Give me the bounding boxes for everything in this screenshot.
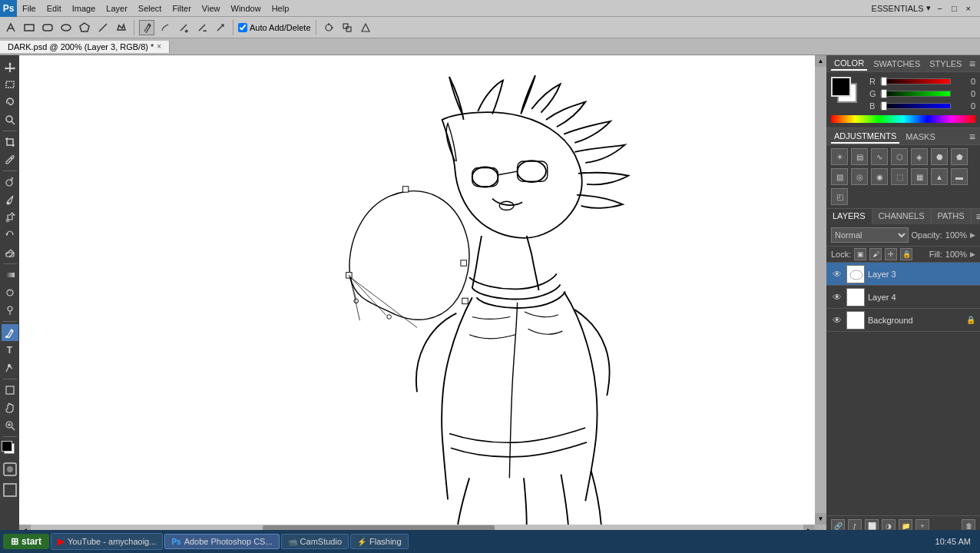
shape-polygon-icon[interactable] xyxy=(77,20,92,35)
vertical-scrollbar[interactable]: ▲ ▼ xyxy=(815,55,826,525)
menu-filter[interactable]: Filter xyxy=(167,2,196,15)
tab-adjustments[interactable]: ADJUSTMENTS xyxy=(831,130,899,144)
taskbar-flashing[interactable]: ⚡ Flashing xyxy=(350,534,409,549)
menu-view[interactable]: View xyxy=(197,2,226,15)
tab-paths[interactable]: PATHS xyxy=(932,209,972,224)
r-thumb[interactable] xyxy=(881,77,887,86)
menu-edit[interactable]: Edit xyxy=(41,2,67,15)
blend-mode-select[interactable]: Normal xyxy=(831,227,909,243)
zoom-tool[interactable] xyxy=(2,417,18,434)
tab-masks[interactable]: MASKS xyxy=(902,131,939,143)
tab-close-button[interactable]: × xyxy=(157,42,161,51)
quick-select-tool[interactable] xyxy=(2,111,18,128)
g-slider[interactable] xyxy=(880,91,951,97)
foreground-color-swatch[interactable] xyxy=(2,441,12,452)
pen-path-icon[interactable] xyxy=(3,20,18,35)
r-slider[interactable] xyxy=(880,78,951,84)
pen-main-icon[interactable] xyxy=(139,20,154,35)
tab-layers[interactable]: LAYERS xyxy=(826,209,872,224)
hsl-adj-icon[interactable]: ⬣ xyxy=(931,148,948,165)
photo-filter-icon[interactable]: ◎ xyxy=(851,168,868,185)
healing-brush-tool[interactable] xyxy=(2,174,18,190)
brightness-adj-icon[interactable]: ☀ xyxy=(831,148,848,165)
hand-tool[interactable] xyxy=(2,399,18,416)
add-anchor-icon[interactable]: + xyxy=(176,20,191,35)
color-swatches-fg-bg[interactable] xyxy=(831,77,863,109)
menu-file[interactable]: File xyxy=(17,2,41,15)
lock-image-icon[interactable]: 🖌 xyxy=(869,248,882,260)
tab-color[interactable]: COLOR xyxy=(831,57,867,71)
color-panel-options[interactable]: ≡ xyxy=(969,58,975,70)
color-swatches[interactable] xyxy=(2,441,18,458)
vibrance-adj-icon[interactable]: ◈ xyxy=(911,148,928,165)
convert-point-icon[interactable] xyxy=(213,20,228,35)
menu-image[interactable]: Image xyxy=(67,2,101,15)
text-tool[interactable]: T xyxy=(2,342,18,359)
gradient-map-icon[interactable]: ▬ xyxy=(951,168,968,185)
layers-panel-options[interactable]: ≡ xyxy=(972,209,980,224)
freeform-pen-icon[interactable] xyxy=(157,20,173,35)
color-spectrum-bar[interactable] xyxy=(831,115,975,123)
taskbar-youtube[interactable]: ▶ YouTube - amychaoig... xyxy=(51,533,163,550)
path-arrange-icon[interactable] xyxy=(339,20,355,35)
levels-adj-icon[interactable]: ▤ xyxy=(851,148,868,165)
colorbal-adj-icon[interactable]: ⬟ xyxy=(951,148,968,165)
close-icon[interactable]: × xyxy=(963,4,974,13)
history-brush-tool[interactable] xyxy=(2,227,18,243)
layer-item-layer3[interactable]: 👁 Layer 3 xyxy=(826,263,980,286)
delete-anchor-icon[interactable]: − xyxy=(194,20,210,35)
lock-all-icon[interactable]: 🔒 xyxy=(900,248,912,260)
bw-adj-icon[interactable]: ▧ xyxy=(831,168,848,185)
shape-rect-icon[interactable] xyxy=(22,20,37,35)
foreground-color-box[interactable] xyxy=(831,77,851,97)
path-mode-icon[interactable] xyxy=(321,20,336,35)
canvas-area[interactable]: ▲ ▼ ◄ ► xyxy=(19,55,826,536)
menu-select[interactable]: Select xyxy=(133,2,167,15)
channel-mix-icon[interactable]: ◉ xyxy=(871,168,888,185)
exposure-adj-icon[interactable]: ⬡ xyxy=(891,148,908,165)
tab-channels[interactable]: CHANNELS xyxy=(872,209,932,224)
move-tool[interactable] xyxy=(2,58,18,75)
crop-tool[interactable] xyxy=(2,134,18,151)
shape-tool[interactable] xyxy=(2,382,18,399)
fill-arrow-icon[interactable]: ▶ xyxy=(970,250,975,258)
essentials-button[interactable]: ESSENTIALS ▾ − □ × xyxy=(866,2,980,15)
curves-adj-icon[interactable]: ∿ xyxy=(871,148,888,165)
menu-layer[interactable]: Layer xyxy=(101,2,133,15)
auto-add-delete-option[interactable]: Auto Add/Delete xyxy=(238,23,311,32)
adj-panel-options[interactable]: ≡ xyxy=(969,131,975,143)
selective-color-icon[interactable]: ◰ xyxy=(831,188,848,205)
layer-visibility-layer4[interactable]: 👁 xyxy=(831,291,843,303)
b-slider[interactable] xyxy=(880,103,951,109)
menu-help[interactable]: Help xyxy=(267,2,295,15)
lasso-tool[interactable] xyxy=(2,94,18,111)
screen-mode-btn[interactable] xyxy=(2,482,18,499)
pen-tool[interactable] xyxy=(2,324,18,341)
start-button[interactable]: ⊞ start xyxy=(3,534,49,549)
brush-tool[interactable] xyxy=(2,191,18,208)
opacity-arrow-icon[interactable]: ▶ xyxy=(970,231,975,239)
layer-item-background[interactable]: 👁 Background 🔒 xyxy=(826,309,980,332)
shape-custom-icon[interactable] xyxy=(114,20,129,35)
taskbar-camstudio[interactable]: 📹 CamStudio xyxy=(281,534,349,549)
dodge-tool[interactable] xyxy=(2,302,18,319)
blur-tool[interactable] xyxy=(2,284,18,301)
opacity-value[interactable]: 100% xyxy=(945,230,967,240)
clone-stamp-tool[interactable] xyxy=(2,209,18,226)
scroll-up-button[interactable]: ▲ xyxy=(815,55,826,67)
eraser-tool[interactable] xyxy=(2,244,18,261)
minimize-icon[interactable]: − xyxy=(934,4,945,13)
tab-swatches[interactable]: SWATCHES xyxy=(870,58,923,70)
threshold-adj-icon[interactable]: ▲ xyxy=(931,168,948,185)
taskbar-photoshop[interactable]: Ps Adobe Photoshop CS... xyxy=(164,534,279,549)
document-tab[interactable]: DARK.psd @ 200% (Layer 3, RGB/8) * × xyxy=(0,41,170,53)
marquee-tool[interactable] xyxy=(2,76,18,93)
auto-add-delete-checkbox[interactable] xyxy=(238,23,247,32)
maximize-icon[interactable]: □ xyxy=(949,4,960,13)
invert-adj-icon[interactable]: ⬚ xyxy=(891,168,908,185)
path-transform-icon[interactable] xyxy=(358,20,373,35)
shape-line-icon[interactable] xyxy=(95,20,111,35)
gradient-tool[interactable] xyxy=(2,267,18,283)
path-select-tool[interactable] xyxy=(2,359,18,376)
layer-visibility-background[interactable]: 👁 xyxy=(831,314,843,326)
